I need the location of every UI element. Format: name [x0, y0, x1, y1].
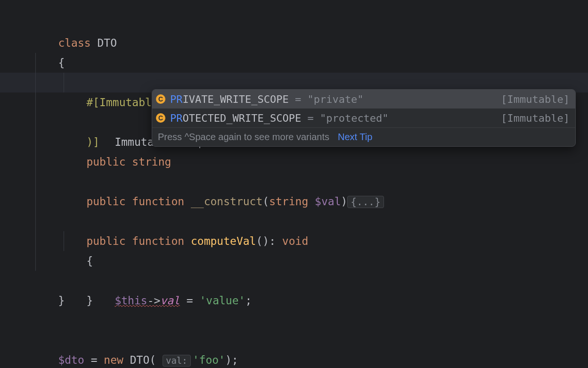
completion-value: = "private" [289, 93, 364, 105]
completion-rest: OTECTED_WRITE_SCOPE [183, 112, 302, 124]
completion-item-selected[interactable]: C PRIVATE_WRITE_SCOPE = "private" [Immut… [152, 90, 575, 109]
code-line[interactable]: $dto->val = 'bar'; [0, 350, 588, 368]
code-line[interactable]: public function computeVal(): void [0, 192, 588, 211]
completion-match: PR [170, 93, 183, 105]
next-tip-link[interactable]: Next Tip [338, 132, 372, 142]
code-line[interactable]: class DTO [0, 13, 588, 33]
code-line[interactable] [0, 291, 588, 310]
code-line[interactable]: $dto = new DTO( val:'foo'); [0, 330, 588, 350]
code-line[interactable] [0, 172, 588, 192]
completion-popup[interactable]: C PRIVATE_WRITE_SCOPE = "private" [Immut… [152, 89, 576, 147]
completion-match: PR [170, 112, 183, 124]
code-line[interactable]: { [0, 33, 588, 53]
completion-value: = "protected" [301, 112, 388, 124]
code-line[interactable]: { [0, 211, 588, 231]
code-line[interactable]: $this->val = 'value'; [0, 231, 588, 251]
constant-icon: C [156, 113, 165, 123]
code-line[interactable] [0, 310, 588, 330]
completion-rest: IVATE_WRITE_SCOPE [183, 93, 289, 105]
completion-origin: [Immutable] [501, 112, 570, 124]
completion-item[interactable]: C PROTECTED_WRITE_SCOPE = "protected" [I… [152, 109, 575, 127]
code-line[interactable]: public function __construct(string $val)… [0, 152, 588, 172]
code-line[interactable]: #[Immutable( [0, 53, 588, 73]
code-line[interactable]: } [0, 271, 588, 291]
completion-footer: Press ^Space again to see more variants … [152, 127, 575, 146]
completion-origin: [Immutable] [501, 93, 570, 105]
code-line[interactable]: } [0, 251, 588, 271]
constant-icon: C [156, 94, 165, 104]
code-editor[interactable]: class DTO { #[Immutable( Immutable::PR )… [0, 0, 588, 368]
completion-hint-text: Press ^Space again to see more variants [158, 132, 329, 142]
